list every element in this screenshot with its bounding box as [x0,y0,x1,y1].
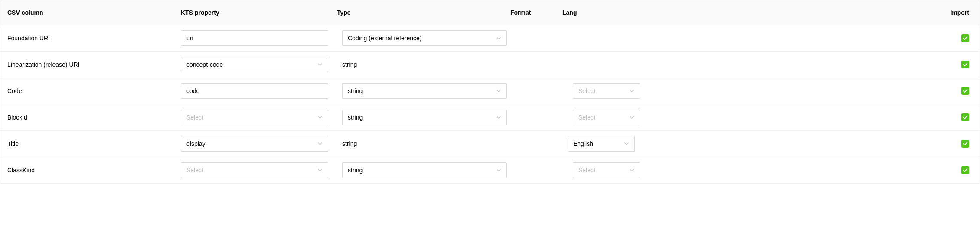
check-icon [963,36,968,41]
chevron-down-icon [629,115,634,120]
check-icon [963,141,968,146]
header-format: Format [503,4,555,21]
check-icon [963,88,968,94]
type-cell: string [335,78,514,104]
import-checkbox[interactable] [961,113,969,121]
header-import: Import [631,4,980,21]
kts-property-input[interactable]: code [181,83,328,99]
type-cell: string [335,135,509,152]
kts-cell: concept-code [174,52,335,78]
chevron-down-icon [317,168,323,173]
import-cell [647,161,980,179]
type-cell: string [335,157,514,183]
header-kts-property: KTS property [174,4,330,21]
header-csv-column: CSV column [0,4,174,21]
select-value: English [573,140,593,147]
type-cell: string [335,104,514,130]
table-row: CodecodestringSelect [0,78,980,104]
lang-cell: English [561,131,642,157]
input-value: code [186,87,199,94]
lang-cell: Select [566,157,647,183]
mapping-table: CSV column KTS property Type Format Lang… [0,0,980,184]
kts-cell: code [174,78,335,104]
import-checkbox[interactable] [961,140,969,148]
import-checkbox[interactable] [961,166,969,174]
check-icon [963,115,968,120]
header-type: Type [330,4,503,21]
kts-property-select[interactable]: concept-code [181,57,328,72]
select-value: Select [578,167,595,174]
kts-cell: Select [174,104,335,130]
import-checkbox[interactable] [961,87,969,95]
table-row: Linearization (release) URIconcept-codes… [0,52,980,78]
table-row: Foundation URIuriCoding (external refere… [0,25,980,52]
kts-property-input[interactable]: uri [181,30,328,46]
csv-column-name: ClassKind [0,162,174,179]
kts-cell: display [174,131,335,157]
type-select[interactable]: string [342,83,507,99]
kts-property-select[interactable]: Select [181,162,328,178]
csv-column-name: BlockId [0,109,174,126]
csv-column-name: Code [0,82,174,100]
import-cell [647,82,980,100]
kts-property-select[interactable]: display [181,136,328,152]
lang-select[interactable]: Select [573,162,640,178]
check-icon [963,62,968,67]
chevron-down-icon [629,88,634,94]
import-cell [642,29,980,47]
import-cell [647,108,980,126]
kts-property-select[interactable]: Select [181,110,328,125]
select-value: display [186,140,206,147]
type-select[interactable]: string [342,110,507,125]
lang-cell [561,59,637,70]
lang-cell: Select [566,78,647,104]
lang-select[interactable]: English [568,136,635,152]
type-text: string [342,140,357,147]
format-cell [509,59,561,70]
select-value: Coding (external reference) [348,35,421,42]
select-value: string [348,87,363,94]
chevron-down-icon [496,115,501,120]
input-value: uri [186,35,193,42]
chevron-down-icon [629,168,634,173]
format-cell [514,86,566,96]
table-row: BlockIdSelectstringSelect [0,104,980,131]
select-value: Select [186,114,203,121]
csv-column-name: Foundation URI [0,29,174,47]
table-row: TitledisplaystringEnglish [0,131,980,157]
check-icon [963,168,968,173]
kts-cell: Select [174,157,335,183]
select-value: Select [186,167,203,174]
type-select[interactable]: string [342,162,507,178]
chevron-down-icon [496,36,501,41]
lang-select[interactable]: Select [573,83,640,99]
import-checkbox[interactable] [961,34,969,42]
type-cell: Coding (external reference) [335,25,514,51]
chevron-down-icon [317,115,323,120]
header-lang: Lang [555,4,631,21]
type-cell: string [335,56,509,73]
chevron-down-icon [624,141,629,146]
select-value: concept-code [186,61,223,68]
select-value: Select [578,114,595,121]
lang-select[interactable]: Select [573,110,640,125]
type-text: string [342,61,357,68]
type-select[interactable]: Coding (external reference) [342,30,507,46]
header-row: CSV column KTS property Type Format Lang… [0,0,980,25]
chevron-down-icon [496,88,501,94]
chevron-down-icon [317,62,323,67]
select-value: string [348,114,363,121]
kts-cell: uri [174,25,335,51]
csv-column-name: Title [0,135,174,152]
import-checkbox[interactable] [961,61,969,68]
format-cell [509,139,561,149]
import-cell [637,55,980,74]
table-body: Foundation URIuriCoding (external refere… [0,25,980,183]
select-value: string [348,167,363,174]
chevron-down-icon [496,168,501,173]
select-value: Select [578,87,595,94]
table-row: ClassKindSelectstringSelect [0,157,980,183]
chevron-down-icon [317,141,323,146]
format-cell [514,33,566,43]
format-cell [514,165,566,175]
